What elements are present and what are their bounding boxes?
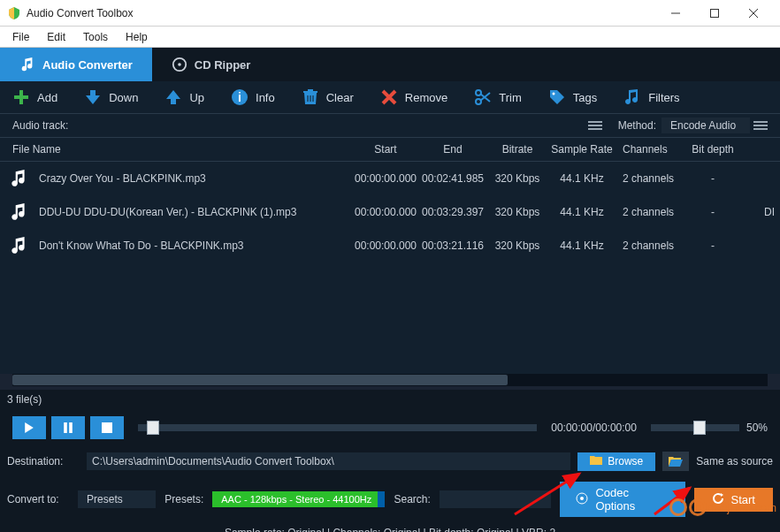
svg-rect-0 [711, 9, 719, 17]
convert-row: Convert to: Presets Presets: AAC - 128kb… [0, 476, 780, 522]
maximize-button[interactable] [695, 1, 734, 26]
tab-label: CD Ripper [195, 58, 251, 72]
table-header: File Name Start End Bitrate Sample Rate … [0, 138, 780, 162]
presets-label: Presets: [164, 493, 203, 505]
col-bitdepth[interactable]: Bit depth [684, 143, 741, 156]
scrollbar-thumb[interactable] [12, 375, 508, 385]
volume-knob[interactable] [693, 421, 706, 435]
music-note-icon [9, 236, 28, 255]
codec-options-button[interactable]: Codec Options [560, 482, 684, 517]
list-icon[interactable] [753, 118, 768, 133]
search-label: Search: [394, 493, 430, 505]
col-channels[interactable]: Channels [617, 143, 684, 156]
app-icon [7, 6, 21, 20]
svg-point-2 [178, 63, 181, 66]
seek-slider[interactable] [138, 424, 537, 431]
arrow-up-icon [164, 88, 182, 106]
open-folder-button[interactable] [662, 452, 689, 471]
menu-help[interactable]: Help [119, 29, 155, 45]
status-bar: Sample rate: Original | Channels: Origin… [0, 522, 780, 532]
main-tabs: Audio Converter CD Ripper [0, 48, 780, 81]
preset-value[interactable]: AAC - 128kbps - Stereo - 44100Hz [212, 491, 385, 507]
title-bar: Audio Convert Toolbox [0, 0, 780, 27]
play-button[interactable] [12, 416, 46, 439]
music-note-icon [19, 57, 35, 72]
music-note-icon [9, 169, 28, 188]
table-body: Crazy Over You - BLACKPINK.mp3 00:00:00.… [0, 162, 780, 374]
svg-rect-9 [69, 422, 73, 433]
player-time: 00:00:00/00:00:00 [551, 422, 637, 434]
tab-label: Audio Converter [42, 58, 133, 72]
col-end[interactable]: End [417, 143, 488, 156]
trim-button[interactable]: Trim [474, 88, 522, 106]
svg-point-12 [580, 497, 584, 500]
add-button[interactable]: Add [12, 88, 57, 106]
volume-slider[interactable] [651, 424, 739, 431]
table-row[interactable]: Crazy Over You - BLACKPINK.mp3 00:00:00.… [0, 162, 780, 195]
col-filename[interactable]: File Name [9, 143, 354, 156]
svg-rect-10 [102, 422, 112, 433]
tab-cd-ripper[interactable]: CD Ripper [152, 48, 271, 81]
player-controls: 00:00:00/00:00:00 50% [0, 409, 780, 446]
music-note-icon [9, 202, 28, 222]
horizontal-scrollbar[interactable] [12, 374, 768, 386]
table-row[interactable]: DDU-DU DDU-DU(Korean Ver.) - BLACKPINK (… [0, 195, 780, 229]
list-icon[interactable] [588, 118, 602, 133]
col-samplerate[interactable]: Sample Rate [547, 143, 617, 156]
col-start[interactable]: Start [354, 143, 417, 156]
table-row[interactable]: Don't Know What To Do - BLACKPINK.mp3 00… [0, 229, 780, 262]
destination-label: Destination: [7, 455, 80, 467]
menu-tools[interactable]: Tools [76, 29, 115, 45]
pause-button[interactable] [51, 416, 85, 439]
tab-audio-converter[interactable]: Audio Converter [0, 48, 152, 81]
cd-icon [172, 57, 187, 72]
col-bitrate[interactable]: Bitrate [488, 143, 547, 156]
presets-dropdown[interactable]: Presets [78, 490, 156, 508]
close-button[interactable] [734, 1, 773, 26]
destination-path[interactable]: C:\Users\admin\Documents\Audio Convert T… [87, 452, 570, 470]
menu-bar: File Edit Tools Help [0, 27, 780, 48]
down-button[interactable]: Down [84, 88, 138, 106]
audio-track-row: Audio track: Method: Encode Audio [0, 113, 780, 138]
svg-point-7 [552, 93, 554, 95]
file-table: File Name Start End Bitrate Sample Rate … [0, 138, 780, 374]
x-icon [380, 88, 398, 106]
gear-icon [576, 492, 588, 507]
folder-icon [590, 455, 602, 468]
destination-row: Destination: C:\Users\admin\Documents\Au… [0, 446, 780, 476]
volume-percent: 50% [746, 422, 768, 434]
up-button[interactable]: Up [164, 88, 204, 106]
convert-to-label: Convert to: [7, 493, 69, 505]
filters-button[interactable]: Filters [623, 88, 679, 106]
info-icon: i [231, 88, 249, 106]
seek-knob[interactable] [147, 421, 159, 435]
scissors-icon [474, 88, 492, 106]
tags-button[interactable]: Tags [548, 88, 597, 106]
window-title: Audio Convert Toolbox [27, 7, 656, 19]
same-as-source-label[interactable]: Same as source [696, 455, 773, 467]
remove-button[interactable]: Remove [380, 88, 447, 106]
audio-track-label: Audio track: [12, 119, 68, 132]
file-count: 3 file(s) [0, 390, 780, 409]
watermark: danji100.com [669, 498, 776, 516]
trash-icon [302, 88, 319, 106]
svg-text:i: i [238, 90, 241, 104]
arrow-down-icon [84, 88, 102, 106]
method-dropdown[interactable]: Encode Audio [661, 118, 750, 133]
stop-button[interactable] [90, 416, 124, 439]
info-button[interactable]: iInfo [231, 88, 275, 106]
clear-button[interactable]: Clear [302, 88, 354, 106]
plus-icon [12, 88, 30, 106]
filter-icon [623, 88, 641, 106]
minimize-button[interactable] [656, 1, 695, 26]
svg-rect-8 [64, 422, 67, 433]
audio-track-field[interactable] [73, 118, 587, 133]
method-label: Method: [618, 119, 656, 132]
volume-control: 50% [651, 422, 768, 434]
menu-edit[interactable]: Edit [40, 29, 73, 45]
menu-file[interactable]: File [5, 29, 36, 45]
search-input[interactable] [440, 490, 552, 508]
toolbar: Add Down Up iInfo Clear Remove Trim Tags… [0, 81, 780, 113]
browse-button[interactable]: Browse [577, 452, 655, 471]
tag-icon [548, 88, 566, 106]
